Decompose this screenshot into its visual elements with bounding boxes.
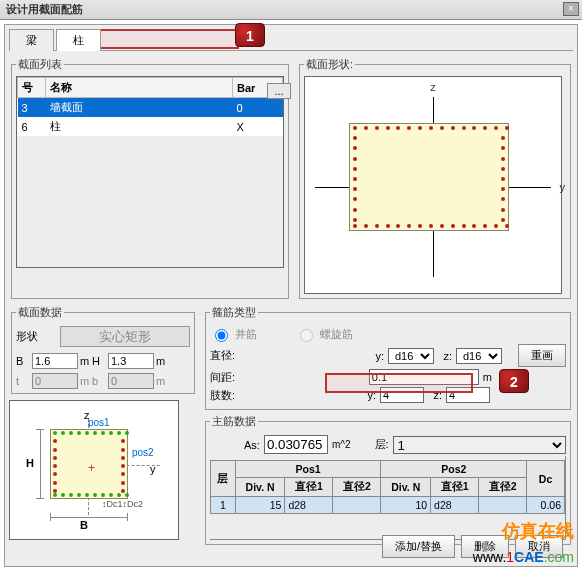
legs-label: 肢数: [210, 388, 250, 403]
dia-z-label: z: [438, 350, 452, 362]
th-p2-d2: 直径2 [479, 478, 527, 497]
B-unit: m [80, 355, 90, 367]
t-unit: m [80, 375, 90, 387]
redraw-button[interactable]: 重画 [518, 344, 566, 367]
th-p2-d1: 直径1 [431, 478, 479, 497]
section-list-group: 截面列表 号 名称 Bar 3 墙截面 0 6 柱 [11, 57, 289, 299]
rebar-table[interactable]: 层 Pos1 Pos2 Dc Div. N 直径1 直径2 Div. N 直径1… [210, 460, 565, 514]
main-panel: 梁 柱 1 截面列表 号 名称 Bar 3 墙截面 0 [4, 24, 578, 567]
th-pos2: Pos2 [381, 461, 527, 478]
browse-button[interactable]: ... [267, 83, 291, 99]
table-row[interactable]: 1 15 d28 10 d28 0.06 [211, 497, 565, 514]
watermark-url: www.1CAE.com [473, 549, 574, 565]
origin-icon: + [88, 461, 95, 475]
B-field[interactable] [32, 353, 78, 369]
spacing-unit: m [483, 371, 492, 383]
highlight-2 [325, 373, 473, 393]
section-shape-group: 截面形状: z y /* inline gen of rebar dots ar… [299, 57, 571, 299]
t-label: t [16, 375, 30, 387]
axis-y-label: y [560, 181, 566, 193]
th-pos1: Pos1 [235, 461, 381, 478]
close-icon[interactable]: × [563, 2, 579, 16]
col-id: 号 [18, 78, 46, 98]
B-label: B [16, 355, 30, 367]
dia-z-select[interactable]: d16 [456, 348, 502, 364]
titlebar: 设计用截面配筋 × [0, 0, 582, 20]
b-label: b [92, 375, 106, 387]
shape-field [60, 326, 190, 347]
window-title: 设计用截面配筋 [6, 3, 83, 15]
marker-1: 1 [235, 23, 265, 47]
col-name: 名称 [46, 78, 233, 98]
marker-2: 2 [499, 369, 529, 393]
th-p1-divn: Div. N [235, 478, 285, 497]
stirrup-legend: 箍筋类型 [210, 305, 258, 320]
as-label: As: [244, 439, 260, 451]
add-button[interactable]: 添加/替换 [382, 535, 455, 558]
th-floor: 层 [211, 461, 236, 497]
table-row[interactable]: 3 墙截面 0 [18, 98, 283, 118]
floor-select[interactable]: 1 [393, 436, 566, 454]
as-unit: m^2 [332, 439, 351, 450]
stirrup-group: 箍筋类型 并筋 螺旋筋 直径: y: d16 z: d16 重画 [205, 305, 571, 410]
dia-y-select[interactable]: d16 [388, 348, 434, 364]
section-data-group: 截面数据 形状 B m H m t m b m [11, 305, 195, 394]
preview-H: H [26, 457, 34, 469]
section-shape-legend: 截面形状: [304, 57, 355, 72]
preview-pos2: pos2 [132, 447, 154, 458]
section-list-legend: 截面列表 [16, 57, 64, 72]
table-row[interactable]: 6 柱 X [18, 117, 283, 136]
radio-spiral [300, 329, 313, 342]
radio-poly[interactable] [215, 329, 228, 342]
radio-spiral-label: 螺旋筋 [320, 327, 353, 342]
th-dc: Dc [527, 461, 565, 497]
spacing-label: 间距: [210, 370, 250, 385]
H-field[interactable] [108, 353, 154, 369]
section-data-legend: 截面数据 [16, 305, 64, 320]
dia-label: 直径: [210, 348, 250, 363]
section-shape-canvas: z y /* inline gen of rebar dots around t… [304, 76, 562, 294]
H-label: H [92, 355, 106, 367]
section-rect [349, 123, 509, 231]
th-p1-d2: 直径2 [333, 478, 381, 497]
H-unit: m [156, 355, 166, 367]
b-unit: m [156, 375, 166, 387]
preview-dc: ↕Dc1↕Dc2 [102, 499, 143, 509]
preview-pos1: pos1 [88, 417, 110, 428]
tab-column[interactable]: 柱 [56, 29, 101, 51]
preview-y: y [150, 463, 156, 475]
as-field[interactable] [264, 435, 328, 454]
axis-z-label: z [430, 81, 436, 93]
watermark-text: 仿真在线 [502, 519, 574, 543]
section-list-table[interactable]: 号 名称 Bar 3 墙截面 0 6 柱 X [17, 77, 283, 136]
th-p2-divn: Div. N [381, 478, 431, 497]
section-preview: + z y H B pos1 pos2 ↕Dc1↕Dc2 [9, 400, 179, 540]
floor-label: 层: [375, 437, 389, 452]
dia-y-label: y: [370, 350, 384, 362]
th-p1-d1: 直径1 [285, 478, 333, 497]
tab-bar: 梁 柱 [9, 29, 573, 51]
tab-beam[interactable]: 梁 [9, 29, 54, 51]
b-field [108, 373, 154, 389]
shape-label: 形状 [16, 329, 56, 344]
radio-poly-label: 并筋 [235, 327, 257, 342]
t-field [32, 373, 78, 389]
main-rebar-legend: 主筋数据 [210, 414, 258, 429]
